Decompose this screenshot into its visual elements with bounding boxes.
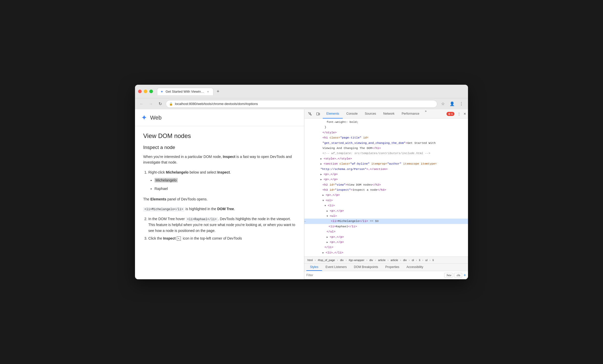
dom-highlight-note: <li>Michelangelo</li> is highlighted in …: [143, 206, 296, 212]
step-1: Right-click Michelangelo below and selec…: [148, 169, 296, 192]
tab-dom-breakpoints[interactable]: DOM Breakpoints: [350, 264, 382, 271]
dom-line[interactable]: ▼ <ul>: [304, 213, 468, 219]
bc-article-1[interactable]: article: [377, 258, 387, 262]
intro-text-1: When you're interested in a particular D…: [143, 155, 223, 159]
devtools-toolbar: Elements Console Sources Network Perform…: [304, 109, 468, 119]
tab-sources[interactable]: Sources: [361, 109, 380, 119]
bc-div-1[interactable]: div: [339, 258, 345, 262]
bc-li-1[interactable]: li: [418, 258, 421, 262]
dom-line[interactable]: ▶ <p>…</p>: [304, 172, 468, 177]
tab-properties[interactable]: Properties: [382, 264, 403, 271]
cls-filter[interactable]: .cls: [454, 273, 462, 277]
step1-mid: below and select: [189, 170, 217, 174]
devtools-tabs: Elements Console Sources Network Perform…: [323, 109, 445, 119]
dom-tree[interactable]: font-weight: bold; } </style> <h1 class=…: [304, 119, 468, 256]
error-badge[interactable]: ⊗ 6: [446, 112, 454, 116]
bc-li-2[interactable]: li: [432, 258, 435, 262]
site-logo: ✦: [141, 113, 147, 122]
tab-favicon: ✦: [160, 90, 164, 94]
dom-end: .: [234, 207, 235, 211]
dom-line[interactable]: ▼ <li>: [304, 203, 468, 208]
minimize-window-button[interactable]: [144, 90, 147, 93]
bc-top-of-page[interactable]: #top_of_page: [317, 258, 336, 262]
subsection-heading: Inspect a node: [143, 145, 296, 150]
dom-line[interactable]: <li>Raphael</li>: [304, 224, 468, 229]
svg-rect-1: [319, 113, 320, 115]
url-bar[interactable]: 🔒 localhost:8080/web/tools/chrome-devtoo…: [166, 100, 437, 108]
tab-network[interactable]: Network: [380, 109, 398, 119]
dom-line[interactable]: Viewing And Changing The DOM</h1>: [304, 146, 468, 151]
dom-line[interactable]: ▶ <p>…</p>: [304, 192, 468, 198]
reload-button[interactable]: ↻: [157, 100, 164, 108]
tab-title: Get Started With Viewing And: [165, 90, 204, 93]
dom-line[interactable]: ▶ <style>…</style>: [304, 156, 468, 161]
menu-icon[interactable]: ⋮: [458, 100, 465, 108]
dom-line[interactable]: ▶ <p>…</p>: [304, 177, 468, 182]
bc-article-2[interactable]: article: [390, 258, 399, 262]
dom-line[interactable]: font-weight: bold;: [304, 120, 468, 125]
add-filter-button[interactable]: +: [464, 273, 466, 277]
dom-line[interactable]: <h2 id="view">View DOM nodes</h2>: [304, 182, 468, 187]
dom-line[interactable]: ▶ <p>…</p>: [304, 208, 468, 213]
tab-close-button[interactable]: ×: [206, 90, 210, 94]
dom-line[interactable]: "get_started_with_viewing_and_changing_t…: [304, 141, 468, 146]
dom-line[interactable]: <h1 class="page-title" id=: [304, 135, 468, 140]
bottom-tabs: Styles Event Listeners DOM Breakpoints P…: [304, 264, 468, 271]
page-content: ✦ Web View DOM nodes Inspect a node When…: [135, 109, 304, 279]
step3-inspect-icon: ↖: [177, 237, 181, 241]
elements-note-suffix: panel of DevTools opens.: [166, 197, 207, 201]
more-tabs-button[interactable]: »: [423, 109, 429, 119]
tab-styles[interactable]: Styles: [306, 264, 322, 271]
bc-html[interactable]: html: [306, 258, 314, 262]
dom-line[interactable]: </style>: [304, 130, 468, 135]
dom-line[interactable]: "http://schema.org/Person">…</section>: [304, 167, 468, 172]
michelangelo-bold: Michelangelo: [166, 170, 189, 174]
dom-line[interactable]: ▶ <li>…</li>: [304, 250, 468, 255]
devtools-close-button[interactable]: ×: [464, 112, 466, 116]
traffic-lights: [138, 90, 153, 93]
dom-line[interactable]: ▼ <ol>: [304, 198, 468, 203]
bookmark-icon[interactable]: ☆: [439, 100, 446, 108]
dom-line[interactable]: <!-- wf_template: src/templates/contribu…: [304, 151, 468, 156]
dom-line[interactable]: }: [304, 125, 468, 130]
tab-console[interactable]: Console: [343, 109, 361, 119]
new-tab-button[interactable]: +: [214, 88, 222, 95]
devtools-panel: Elements Console Sources Network Perform…: [304, 109, 468, 279]
devtools-more-button[interactable]: ⋮: [455, 110, 463, 117]
inspect-element-button[interactable]: [306, 110, 314, 117]
step1-end: .: [230, 170, 231, 174]
dom-line[interactable]: </ul>: [304, 229, 468, 234]
bc-div-3[interactable]: div: [402, 258, 408, 262]
device-toggle-button[interactable]: [315, 110, 322, 117]
tab-accessibility[interactable]: Accessibility: [403, 264, 427, 271]
dom-line[interactable]: ▶ <p>…</p>: [304, 234, 468, 240]
active-tab[interactable]: ✦ Get Started With Viewing And ×: [157, 88, 213, 95]
forward-button[interactable]: →: [147, 100, 154, 108]
dom-suffix: is highlighted in the: [184, 207, 217, 211]
dom-line-michelangelo[interactable]: … <li>Michelangelo</li> == $0: [304, 219, 468, 224]
dom-line[interactable]: ▶ <section class="wf-byline" itemprop="a…: [304, 161, 468, 166]
tab-elements[interactable]: Elements: [323, 109, 343, 119]
bc-ul[interactable]: ul: [424, 258, 429, 262]
artists-list: Michelangelo Raphael: [148, 177, 296, 192]
dom-line[interactable]: <h3 id="inspect">Inspect a node</h3>: [304, 187, 468, 192]
content-area: ✦ Web View DOM nodes Inspect a node When…: [135, 109, 468, 279]
elements-bold: Elements: [150, 197, 166, 201]
bc-gc-wrapper[interactable]: #gc-wrapper: [348, 258, 365, 262]
close-window-button[interactable]: [138, 90, 142, 93]
elements-note-prefix: The: [143, 197, 150, 201]
dom-line[interactable]: </li>: [304, 245, 468, 250]
step1-prefix: Right-click: [148, 170, 166, 174]
tab-event-listeners[interactable]: Event Listeners: [322, 264, 350, 271]
page-body: View DOM nodes Inspect a node When you'r…: [135, 126, 304, 251]
hov-filter[interactable]: :hov: [444, 273, 453, 277]
profile-icon[interactable]: 👤: [449, 100, 456, 108]
tab-performance[interactable]: Performance: [398, 109, 423, 119]
step2-prefix: In the DOM Tree hover: [148, 217, 186, 221]
back-button[interactable]: ←: [138, 100, 145, 108]
bc-div-2[interactable]: div: [368, 258, 374, 262]
filter-input[interactable]: [306, 273, 443, 277]
dom-line[interactable]: ▶ <p>…</p>: [304, 240, 468, 245]
maximize-window-button[interactable]: [149, 90, 153, 93]
bc-ol[interactable]: ol: [411, 258, 415, 262]
